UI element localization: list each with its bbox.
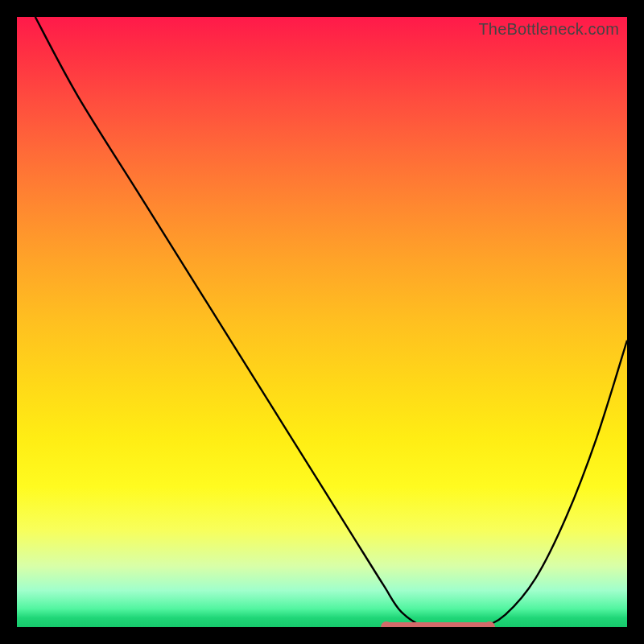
optimal-range-marker (383, 622, 493, 627)
bottleneck-curve (17, 17, 627, 627)
plot-area: TheBottleneck.com (17, 17, 627, 627)
